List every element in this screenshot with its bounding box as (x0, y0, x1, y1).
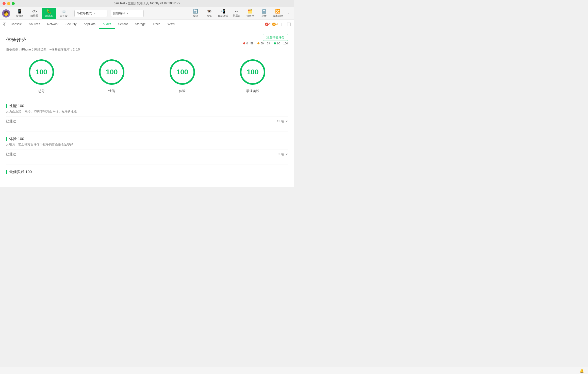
maximize-button[interactable] (12, 2, 15, 5)
avatar[interactable]: 🧑 (2, 9, 10, 18)
real-device-label: 真机调试 (218, 14, 228, 18)
category-performance-count: 13 项 (277, 119, 284, 124)
toolbar-divider-2 (109, 10, 109, 17)
category-experience-count: 3 项 (279, 152, 284, 157)
clear-cache-tool[interactable]: 🗂️ 清缓存 (244, 8, 257, 19)
score-total: 100 总分 (29, 59, 54, 93)
tab-audits[interactable]: Audits (99, 20, 115, 29)
legend-label-orange: 60 – 89 (260, 42, 270, 45)
error-dot: ✕ (265, 23, 269, 26)
score-circle-experience: 100 (170, 59, 195, 85)
background-icon: ⇔ (235, 9, 238, 13)
chevron-down-icon-2: ∨ (286, 152, 288, 156)
chevron-down-icon: ∨ (286, 120, 288, 123)
upload-label: 上传 (262, 14, 267, 18)
more-icon: » (288, 12, 289, 15)
category-experience: 体验 100 从视觉、交互等方面评估小程序的体验是否足够好 已通过 3 项 ∨ (6, 137, 288, 164)
upload-tool[interactable]: ⬆️ 上传 (257, 8, 271, 19)
mode-select[interactable]: 小程序模式 ▼ (74, 10, 107, 17)
tab-trace[interactable]: Trace (149, 20, 164, 29)
background-tool[interactable]: ⇔ 切后台 (230, 8, 243, 19)
preview-label: 预览 (207, 14, 212, 18)
toolbar-divider-1 (73, 10, 73, 17)
titlebar: gaiaTest - 微信开发者工具 Nightly v1.02.2007172 (0, 0, 294, 7)
editor-icon: </> (32, 9, 37, 13)
category-experience-passed[interactable]: 已通过 3 项 ∨ (6, 149, 288, 159)
tab-console[interactable]: Console (7, 20, 25, 29)
compile-select-arrow: ▼ (126, 12, 129, 15)
titlebar-buttons (3, 2, 15, 5)
tab-trace-label: Trace (153, 22, 160, 26)
tab-wxml[interactable]: Wxml (164, 20, 179, 29)
legend-dot-green (274, 42, 276, 44)
category-best-practice: 最佳实践 100 (6, 169, 288, 181)
tab-appdata[interactable]: AppData (80, 20, 99, 29)
tab-storage[interactable]: Storage (132, 20, 149, 29)
category-performance: 性能 100 从页面渲染、网络、JS脚本等方面评估小程序的性能 已通过 13 项… (6, 104, 288, 131)
real-device-icon: 📲 (220, 9, 225, 14)
score-label-performance: 性能 (108, 89, 115, 93)
tabbar-menu-icon[interactable]: ⋮ (279, 23, 284, 26)
toolbar: 🧑 📱 模拟器 </> 编辑器 🐛 调试器 ☁️ 云开发 小程序模式 ▼ 普通编… (0, 7, 294, 20)
category-best-practice-title: 最佳实践 100 (6, 169, 288, 174)
compile-icon: 🔄 (193, 9, 198, 14)
tab-sensor[interactable]: Sensor (115, 20, 132, 29)
tab-pointer[interactable] (2, 20, 7, 29)
legend-label-green: 90 – 100 (277, 42, 288, 45)
main-content: 体验评分 清空体验评分 0 - 59 60 – 89 90 – 100 设备类型… (0, 29, 294, 187)
legend-item-green: 90 – 100 (274, 42, 288, 45)
cloud-icon: ☁️ (61, 9, 66, 14)
real-device-tool[interactable]: 📲 真机调试 (216, 8, 230, 19)
category-performance-title: 性能 100 (6, 104, 288, 108)
tab-sources[interactable]: Sources (25, 20, 44, 29)
score-label-total: 总分 (38, 89, 45, 93)
debugger-tool[interactable]: 🐛 调试器 (42, 8, 56, 19)
simulator-label: 模拟器 (16, 14, 23, 18)
debugger-label: 调试器 (45, 14, 53, 18)
category-experience-desc: 从视觉、交互等方面评估小程序的体验是否足够好 (6, 142, 288, 147)
compile-select[interactable]: 普通编译 ▼ (111, 10, 144, 17)
tab-network[interactable]: Network (44, 20, 62, 29)
score-experience: 100 体验 (170, 59, 195, 93)
legend-label-red: 0 - 59 (246, 42, 253, 45)
score-best-practice: 100 最佳实践 (240, 59, 265, 93)
tab-console-label: Console (11, 22, 22, 26)
category-performance-passed-right: 13 项 ∨ (277, 119, 288, 124)
simulator-tool[interactable]: 📱 模拟器 (12, 8, 27, 19)
score-circle-total: 100 (29, 59, 54, 85)
score-circle-performance: 100 (99, 59, 124, 85)
tab-sensor-label: Sensor (118, 22, 128, 26)
debugger-icon: 🐛 (46, 9, 52, 14)
tabbar-dock-icon[interactable] (286, 23, 292, 26)
category-performance-passed[interactable]: 已通过 13 项 ∨ (6, 116, 288, 126)
preview-icon: 👁️ (207, 9, 212, 14)
close-button[interactable] (3, 2, 6, 5)
simulator-icon: 📱 (17, 9, 22, 14)
error-count: 2 (269, 23, 271, 26)
category-experience-title: 体验 100 (6, 137, 288, 141)
error-badge: ✕ 2 (265, 23, 271, 26)
clear-button[interactable]: 清空体验评分 (263, 34, 288, 41)
scores-row: 100 总分 100 性能 100 体验 100 最佳实践 (6, 59, 288, 93)
legend-item-red: 0 - 59 (243, 42, 253, 45)
tab-security[interactable]: Security (62, 20, 80, 29)
device-info: 设备类型：iPhone 5 网络类型：wifi 基础库版本：2.6.0 (6, 47, 288, 52)
category-experience-passed-label: 已通过 (6, 152, 16, 157)
minimize-button[interactable] (7, 2, 10, 5)
tab-sources-label: Sources (29, 22, 40, 26)
version-tool[interactable]: 🔀 版本管理 (271, 8, 284, 19)
mode-select-value: 小程序模式 (77, 11, 92, 15)
warn-dot: ⚠ (272, 23, 276, 26)
warn-badge: ⚠ 4 (272, 23, 278, 26)
tab-storage-label: Storage (135, 22, 146, 26)
cloud-label: 云开发 (60, 14, 68, 18)
legend: 0 - 59 60 – 89 90 – 100 (243, 42, 288, 45)
more-tool[interactable]: » (285, 8, 292, 19)
preview-tool[interactable]: 👁️ 预览 (203, 8, 216, 19)
editor-tool[interactable]: </> 编辑器 (27, 8, 42, 19)
cloud-tool[interactable]: ☁️ 云开发 (56, 8, 71, 19)
section-header: 体验评分 清空体验评分 0 - 59 60 – 89 90 – 100 (6, 34, 288, 46)
category-performance-desc: 从页面渲染、网络、JS脚本等方面评估小程序的性能 (6, 109, 288, 114)
compile-tool[interactable]: 🔄 编译 (189, 8, 202, 19)
warn-count: 4 (276, 23, 278, 26)
